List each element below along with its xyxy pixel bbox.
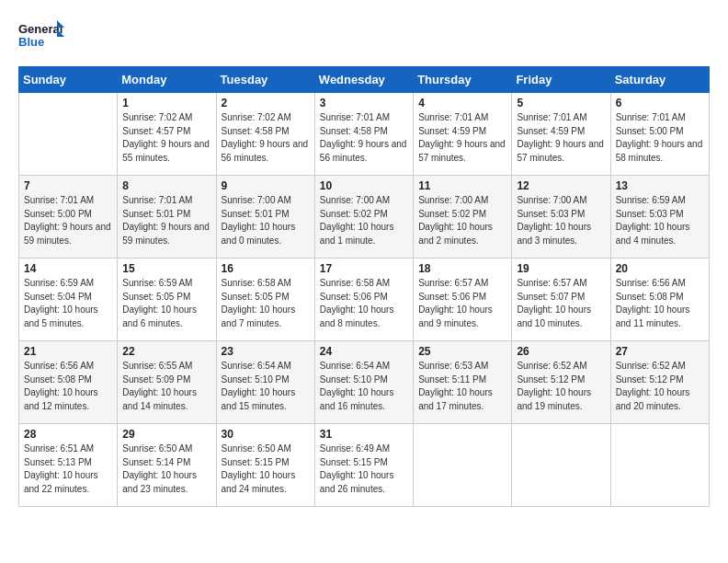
cell-info: Sunrise: 7:00 AMSunset: 5:03 PMDaylight:… <box>517 194 605 247</box>
calendar-cell: 9Sunrise: 7:00 AMSunset: 5:01 PMDaylight… <box>216 176 314 259</box>
calendar-cell <box>610 424 709 507</box>
calendar-week-row: 28Sunrise: 6:51 AMSunset: 5:13 PMDayligh… <box>19 424 710 507</box>
day-number: 24 <box>320 345 408 358</box>
calendar-cell <box>19 93 118 176</box>
weekday-header: Thursday <box>414 67 512 93</box>
calendar-cell: 20Sunrise: 6:56 AMSunset: 5:08 PMDayligh… <box>610 259 709 341</box>
day-number: 8 <box>122 179 210 192</box>
calendar-table: SundayMondayTuesdayWednesdayThursdayFrid… <box>18 66 710 507</box>
calendar-cell: 26Sunrise: 6:52 AMSunset: 5:12 PMDayligh… <box>512 341 610 424</box>
page-header: General Blue <box>18 18 710 57</box>
day-number: 16 <box>222 262 310 275</box>
cell-info: Sunrise: 6:54 AMSunset: 5:10 PMDaylight:… <box>320 360 408 413</box>
cell-info: Sunrise: 6:52 AMSunset: 5:12 PMDaylight:… <box>616 360 704 413</box>
cell-info: Sunrise: 7:02 AMSunset: 4:58 PMDaylight:… <box>222 111 310 165</box>
cell-info: Sunrise: 6:50 AMSunset: 5:14 PMDaylight:… <box>122 442 210 496</box>
calendar-week-row: 7Sunrise: 7:01 AMSunset: 5:00 PMDaylight… <box>19 176 710 259</box>
cell-info: Sunrise: 6:53 AMSunset: 5:11 PMDaylight:… <box>418 360 506 413</box>
weekday-header: Monday <box>118 67 216 93</box>
cell-info: Sunrise: 6:49 AMSunset: 5:15 PMDaylight:… <box>320 442 408 496</box>
weekday-header: Wednesday <box>314 67 413 93</box>
cell-info: Sunrise: 6:55 AMSunset: 5:09 PMDaylight:… <box>122 360 210 413</box>
calendar-cell: 23Sunrise: 6:54 AMSunset: 5:10 PMDayligh… <box>216 341 314 424</box>
cell-info: Sunrise: 6:59 AMSunset: 5:03 PMDaylight:… <box>616 194 704 247</box>
day-number: 6 <box>616 97 704 109</box>
calendar-cell: 1Sunrise: 7:02 AMSunset: 4:57 PMDaylight… <box>118 93 216 176</box>
weekday-header: Friday <box>512 67 610 93</box>
cell-info: Sunrise: 6:57 AMSunset: 5:06 PMDaylight:… <box>418 277 506 330</box>
calendar-cell: 22Sunrise: 6:55 AMSunset: 5:09 PMDayligh… <box>118 341 216 424</box>
day-number: 31 <box>320 428 408 441</box>
day-number: 20 <box>616 262 704 275</box>
day-number: 25 <box>418 345 506 358</box>
cell-info: Sunrise: 7:00 AMSunset: 5:02 PMDaylight:… <box>320 194 408 247</box>
cell-info: Sunrise: 7:00 AMSunset: 5:01 PMDaylight:… <box>222 194 310 247</box>
calendar-cell: 27Sunrise: 6:52 AMSunset: 5:12 PMDayligh… <box>610 341 709 424</box>
weekday-header: Saturday <box>610 67 709 93</box>
calendar-cell: 31Sunrise: 6:49 AMSunset: 5:15 PMDayligh… <box>314 424 413 507</box>
calendar-cell: 16Sunrise: 6:58 AMSunset: 5:05 PMDayligh… <box>216 259 314 341</box>
cell-info: Sunrise: 6:52 AMSunset: 5:12 PMDaylight:… <box>517 360 605 413</box>
calendar-cell: 19Sunrise: 6:57 AMSunset: 5:07 PMDayligh… <box>512 259 610 341</box>
calendar-week-row: 21Sunrise: 6:56 AMSunset: 5:08 PMDayligh… <box>19 341 710 424</box>
calendar-cell: 14Sunrise: 6:59 AMSunset: 5:04 PMDayligh… <box>19 259 118 341</box>
cell-info: Sunrise: 7:00 AMSunset: 5:02 PMDaylight:… <box>418 194 506 247</box>
day-number: 2 <box>222 97 310 109</box>
cell-info: Sunrise: 6:56 AMSunset: 5:08 PMDaylight:… <box>616 277 704 330</box>
cell-info: Sunrise: 7:01 AMSunset: 4:58 PMDaylight:… <box>320 111 408 165</box>
day-number: 17 <box>320 262 408 275</box>
day-number: 12 <box>517 179 605 192</box>
calendar-cell: 24Sunrise: 6:54 AMSunset: 5:10 PMDayligh… <box>314 341 413 424</box>
day-number: 9 <box>222 179 310 192</box>
logo-svg: General Blue <box>18 18 64 57</box>
day-number: 11 <box>418 179 506 192</box>
cell-info: Sunrise: 7:01 AMSunset: 5:01 PMDaylight:… <box>122 194 210 247</box>
weekday-header: Tuesday <box>216 67 314 93</box>
cell-info: Sunrise: 7:01 AMSunset: 4:59 PMDaylight:… <box>418 111 506 165</box>
cell-info: Sunrise: 7:01 AMSunset: 4:59 PMDaylight:… <box>517 111 605 165</box>
cell-info: Sunrise: 6:51 AMSunset: 5:13 PMDaylight:… <box>24 442 112 496</box>
calendar-cell: 6Sunrise: 7:01 AMSunset: 5:00 PMDaylight… <box>610 93 709 176</box>
calendar-cell: 8Sunrise: 7:01 AMSunset: 5:01 PMDaylight… <box>118 176 216 259</box>
cell-info: Sunrise: 7:01 AMSunset: 5:00 PMDaylight:… <box>616 111 704 165</box>
calendar-cell <box>512 424 610 507</box>
day-number: 21 <box>24 345 112 358</box>
calendar-cell: 18Sunrise: 6:57 AMSunset: 5:06 PMDayligh… <box>414 259 512 341</box>
calendar-cell: 3Sunrise: 7:01 AMSunset: 4:58 PMDaylight… <box>314 93 413 176</box>
day-number: 15 <box>122 262 210 275</box>
day-number: 27 <box>616 345 704 358</box>
weekday-header-row: SundayMondayTuesdayWednesdayThursdayFrid… <box>19 67 710 93</box>
day-number: 7 <box>24 179 112 192</box>
cell-info: Sunrise: 7:02 AMSunset: 4:57 PMDaylight:… <box>122 111 210 165</box>
cell-info: Sunrise: 6:54 AMSunset: 5:10 PMDaylight:… <box>222 360 310 413</box>
calendar-cell: 29Sunrise: 6:50 AMSunset: 5:14 PMDayligh… <box>118 424 216 507</box>
day-number: 19 <box>517 262 605 275</box>
cell-info: Sunrise: 6:50 AMSunset: 5:15 PMDaylight:… <box>222 442 310 496</box>
day-number: 1 <box>122 97 210 109</box>
weekday-header: Sunday <box>19 67 118 93</box>
calendar-week-row: 1Sunrise: 7:02 AMSunset: 4:57 PMDaylight… <box>19 93 710 176</box>
calendar-week-row: 14Sunrise: 6:59 AMSunset: 5:04 PMDayligh… <box>19 259 710 341</box>
calendar-cell <box>414 424 512 507</box>
day-number: 3 <box>320 97 408 109</box>
cell-info: Sunrise: 7:01 AMSunset: 5:00 PMDaylight:… <box>24 194 112 247</box>
svg-text:General: General <box>18 22 63 36</box>
day-number: 14 <box>24 262 112 275</box>
day-number: 30 <box>222 428 310 441</box>
calendar-cell: 10Sunrise: 7:00 AMSunset: 5:02 PMDayligh… <box>314 176 413 259</box>
day-number: 22 <box>122 345 210 358</box>
day-number: 29 <box>122 428 210 441</box>
calendar-cell: 2Sunrise: 7:02 AMSunset: 4:58 PMDaylight… <box>216 93 314 176</box>
day-number: 5 <box>517 97 605 109</box>
calendar-cell: 12Sunrise: 7:00 AMSunset: 5:03 PMDayligh… <box>512 176 610 259</box>
day-number: 26 <box>517 345 605 358</box>
cell-info: Sunrise: 6:59 AMSunset: 5:04 PMDaylight:… <box>24 277 112 330</box>
calendar-cell: 30Sunrise: 6:50 AMSunset: 5:15 PMDayligh… <box>216 424 314 507</box>
cell-info: Sunrise: 6:59 AMSunset: 5:05 PMDaylight:… <box>122 277 210 330</box>
calendar-cell: 4Sunrise: 7:01 AMSunset: 4:59 PMDaylight… <box>414 93 512 176</box>
calendar-cell: 21Sunrise: 6:56 AMSunset: 5:08 PMDayligh… <box>19 341 118 424</box>
calendar-cell: 25Sunrise: 6:53 AMSunset: 5:11 PMDayligh… <box>414 341 512 424</box>
calendar-cell: 15Sunrise: 6:59 AMSunset: 5:05 PMDayligh… <box>118 259 216 341</box>
cell-info: Sunrise: 6:58 AMSunset: 5:05 PMDaylight:… <box>222 277 310 330</box>
cell-info: Sunrise: 6:56 AMSunset: 5:08 PMDaylight:… <box>24 360 112 413</box>
